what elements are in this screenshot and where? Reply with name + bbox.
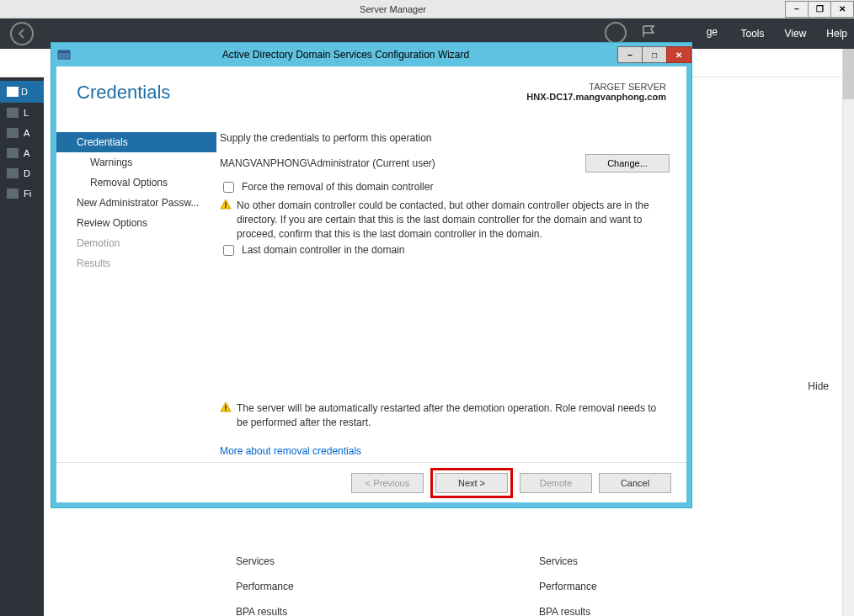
- force-removal-row[interactable]: Force the removal of this domain control…: [220, 181, 670, 195]
- last-dc-row[interactable]: Last domain controller in the domain: [220, 244, 670, 258]
- svg-rect-2: [225, 203, 227, 206]
- services-row[interactable]: Services: [236, 549, 371, 574]
- warning-no-dc-contacted: No other domain controller could be cont…: [220, 199, 670, 241]
- warning-icon: [220, 199, 232, 210]
- sidebar-item-dashboard[interactable]: D: [0, 81, 44, 103]
- next-button-highlight: Next >: [430, 468, 513, 498]
- nav-step-removal-options[interactable]: Removal Options: [56, 173, 216, 193]
- service-col-2: Services Performance BPA results: [539, 549, 674, 616]
- server-manager-titlebar: Server Manager – ❐ ✕: [0, 0, 854, 19]
- current-user-text: MANGVANPHONG\Administrator (Current user…: [220, 157, 585, 169]
- scrollbar-thumb[interactable]: [843, 49, 854, 99]
- wizard-footer: < Previous Next > Demote Cancel: [56, 462, 686, 502]
- tools-menu[interactable]: Tools: [741, 28, 765, 40]
- target-server-value: HNX-DC17.mangvanphong.com: [526, 92, 666, 102]
- notifications-icon[interactable]: [638, 22, 660, 44]
- dashboard-icon: [7, 87, 19, 97]
- nav-step-review-options[interactable]: Review Options: [56, 213, 216, 233]
- adds-icon: [7, 148, 19, 158]
- services-row[interactable]: Services: [539, 549, 674, 574]
- change-button[interactable]: Change...: [585, 154, 670, 173]
- vertical-scrollbar[interactable]: [842, 49, 854, 616]
- wizard-titlebar[interactable]: Active Directory Domain Services Configu…: [51, 43, 691, 66]
- sidebar-item[interactable]: Fi: [0, 183, 44, 204]
- wizard-minimize-button[interactable]: –: [617, 46, 643, 63]
- svg-rect-1: [58, 50, 70, 53]
- wizard-heading: Credentials: [77, 82, 170, 129]
- svg-rect-5: [225, 410, 227, 412]
- outer-window-controls: – ❐ ✕: [786, 1, 854, 18]
- bpa-row[interactable]: BPA results: [236, 599, 371, 616]
- sidebar-item[interactable]: A: [0, 143, 44, 163]
- wizard-app-icon: [55, 45, 73, 64]
- wizard-content: Supply the credentials to perform this o…: [216, 129, 686, 462]
- minimize-button[interactable]: –: [785, 1, 809, 18]
- force-removal-checkbox[interactable]: [223, 182, 234, 193]
- bpa-row[interactable]: BPA results: [539, 599, 674, 616]
- wizard-title: Active Directory Domain Services Configu…: [73, 49, 618, 61]
- file-icon: [7, 189, 19, 199]
- current-user-row: MANGVANPHONG\Administrator (Current user…: [220, 154, 670, 173]
- next-button[interactable]: Next >: [435, 473, 508, 493]
- menubar-right: Tools View Help: [741, 19, 848, 49]
- sidebar-item[interactable]: D: [0, 163, 44, 183]
- back-icon[interactable]: [10, 22, 34, 45]
- manage-menu-stub[interactable]: ge: [707, 26, 718, 38]
- help-menu[interactable]: Help: [826, 28, 847, 40]
- warning-icon: [220, 401, 232, 413]
- server-manager-title: Server Manager: [0, 4, 786, 14]
- target-server-label: TARGET SERVER: [526, 82, 666, 92]
- svg-rect-4: [225, 406, 227, 409]
- refresh-icon[interactable]: [605, 22, 627, 44]
- wizard-target: TARGET SERVER HNX-DC17.mangvanphong.com: [526, 82, 666, 129]
- footer-warning: The server will be automatically restart…: [220, 401, 670, 430]
- nav-step-results: Results: [56, 253, 216, 273]
- nav-step-credentials[interactable]: Credentials: [56, 132, 216, 152]
- server-icon: [7, 108, 19, 118]
- last-dc-label: Last domain controller in the domain: [242, 244, 404, 256]
- service-col-1: Services Performance BPA results: [236, 549, 371, 616]
- supply-credentials-text: Supply the credentials to perform this o…: [220, 132, 670, 144]
- svg-rect-3: [225, 206, 227, 208]
- nav-step-demotion: Demotion: [56, 233, 216, 253]
- wizard-window-controls: – □ ✕: [618, 46, 691, 63]
- last-dc-checkbox[interactable]: [223, 245, 234, 256]
- cancel-button[interactable]: Cancel: [599, 473, 671, 493]
- demote-button: Demote: [520, 473, 592, 493]
- force-removal-label: Force the removal of this domain control…: [242, 181, 433, 193]
- more-about-link[interactable]: More about removal credentials: [220, 445, 670, 457]
- previous-button: < Previous: [351, 473, 424, 493]
- footer-warning-text: The server will be automatically restart…: [237, 401, 670, 430]
- dns-icon: [7, 168, 19, 178]
- nav-step-new-admin-password[interactable]: New Administrator Passw...: [56, 193, 216, 213]
- adds-config-wizard: Active Directory Domain Services Configu…: [51, 42, 692, 508]
- performance-row[interactable]: Performance: [236, 574, 371, 599]
- sidebar-item[interactable]: L: [0, 103, 44, 123]
- wizard-nav: Credentials Warnings Removal Options New…: [56, 129, 216, 462]
- wizard-maximize-button[interactable]: □: [642, 46, 667, 63]
- service-columns: Services Performance BPA results Service…: [236, 549, 674, 616]
- sidebar-item[interactable]: A: [0, 123, 44, 143]
- view-menu[interactable]: View: [785, 28, 807, 40]
- nav-step-warnings[interactable]: Warnings: [56, 152, 216, 173]
- server-manager-sidebar: D L A A D Fi: [0, 77, 44, 616]
- close-button[interactable]: ✕: [830, 1, 854, 18]
- wizard-close-button[interactable]: ✕: [666, 46, 691, 63]
- warning-text: No other domain controller could be cont…: [237, 199, 670, 241]
- hide-link[interactable]: Hide: [808, 380, 829, 392]
- wizard-inner: Credentials TARGET SERVER HNX-DC17.mangv…: [56, 66, 686, 502]
- wizard-header: Credentials TARGET SERVER HNX-DC17.mangv…: [56, 66, 686, 129]
- maximize-button[interactable]: ❐: [808, 1, 831, 18]
- wizard-main: Credentials Warnings Removal Options New…: [56, 129, 686, 462]
- servers-icon: [7, 128, 19, 138]
- performance-row[interactable]: Performance: [539, 574, 674, 599]
